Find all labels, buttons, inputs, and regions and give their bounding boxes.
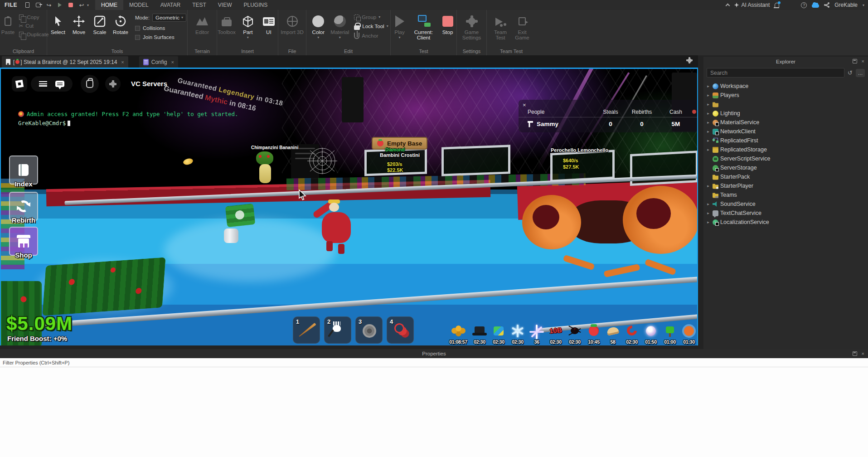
ai-assistant-button[interactable]: AI Assistant — [734, 2, 770, 8]
buff-star-burst[interactable]: 36 — [528, 324, 546, 345]
buff-10b[interactable]: 10B02:30 — [547, 324, 565, 345]
explorer-item-replicatedfirst[interactable]: ▸ReplicatedFirst — [703, 136, 868, 145]
close-tab-icon[interactable]: × — [121, 59, 124, 65]
tab-home[interactable]: HOME — [95, 0, 123, 10]
join-surfaces-checkbox-box[interactable] — [135, 35, 140, 40]
paste-button[interactable]: Paste — [0, 13, 18, 36]
dock-panel-icon[interactable] — [853, 351, 857, 356]
cloud-sync-icon[interactable] — [812, 4, 819, 8]
play-button[interactable]: Play ▾ — [390, 13, 410, 40]
explorer-item-networkclient[interactable]: ▸NetworkClient — [703, 127, 868, 136]
undo-icon[interactable]: ↩ — [78, 1, 85, 9]
help-icon[interactable]: ? — [801, 2, 807, 8]
tab-view[interactable]: VIEW — [212, 0, 238, 10]
collisions-checkbox[interactable]: Collisions — [135, 25, 186, 31]
import-3d-button[interactable]: Import 3D — [279, 13, 305, 36]
file-menu[interactable]: FILE — [0, 2, 22, 8]
tab-plugins[interactable]: PLUGINS — [238, 0, 274, 10]
buff-tree[interactable]: 01:00 — [661, 324, 679, 345]
roblox-menu-button[interactable] — [12, 76, 27, 92]
explorer-item-starterplayer[interactable]: ▸StarterPlayer — [703, 181, 868, 190]
open-file-icon[interactable] — [34, 1, 42, 9]
buff-spider[interactable]: 02:30 — [566, 324, 584, 345]
buff-disco-ball[interactable]: 01:50 — [642, 324, 660, 345]
buff-snowflake[interactable]: 02:30 — [509, 324, 527, 345]
share-icon[interactable] — [824, 2, 829, 8]
group-button[interactable]: Group▾ — [354, 15, 388, 20]
buff-top-hat[interactable]: 02:30 — [470, 324, 489, 345]
toolbox-button[interactable]: Toolbox — [216, 13, 237, 36]
current-client-button[interactable]: Current: Client — [411, 13, 437, 41]
explorer-item-replicatedstorage[interactable]: ▸ReplicatedStorage — [703, 145, 868, 154]
move-tool-button[interactable]: Move — [69, 13, 89, 36]
hotbar-slot-1[interactable]: 1 — [293, 316, 320, 344]
game-settings-button[interactable]: Game Settings — [458, 13, 485, 41]
tab-avatar[interactable]: AVATAR — [155, 0, 186, 10]
material-button[interactable]: Material ▾ — [329, 13, 350, 40]
tab-steal-a-brainrot[interactable]: [ ] Steal a Brainrot @ 12 Sept 2025 19:1… — [2, 56, 128, 68]
chat-icon[interactable] — [55, 81, 64, 87]
ui-button[interactable]: UI — [259, 13, 279, 36]
vc-servers-label[interactable]: VC Servers — [131, 80, 167, 88]
close-tab-icon[interactable]: × — [171, 59, 174, 65]
explorer-item-textchatservice[interactable]: ▸TextChatService — [703, 209, 868, 218]
hamburger-menu-icon[interactable] — [39, 81, 47, 87]
rotate-tool-button[interactable]: Rotate — [111, 13, 131, 36]
properties-filter-input[interactable] — [0, 359, 868, 367]
leaderboard-close-icon[interactable]: × — [523, 102, 526, 108]
shop-button[interactable]: Shop — [9, 227, 38, 256]
search-history-icon[interactable]: ↺ — [848, 69, 853, 76]
explorer-item-teams[interactable]: Teams — [703, 190, 868, 199]
exit-game-button[interactable]: Exit Game — [512, 13, 533, 41]
color-button[interactable]: Color ▾ — [308, 13, 328, 40]
buff-orange-pet[interactable]: 01:30 — [680, 324, 698, 345]
notifications-bell-icon[interactable] — [775, 3, 779, 7]
explorer-item-workspace[interactable]: ▸Workspace — [703, 82, 868, 91]
stop-icon[interactable] — [67, 1, 74, 9]
undo-dropdown-icon[interactable]: ▾ — [87, 3, 89, 7]
leaderboard-row[interactable]: Sammy 0 0 5M — [519, 117, 698, 130]
redo-icon[interactable]: ↪ — [45, 1, 53, 9]
buff-taco[interactable]: 58 — [604, 324, 622, 345]
explorer-item-serverstorage[interactable]: ServerStorage — [703, 163, 868, 172]
lock-tool-button[interactable]: Lock Tool▾ — [354, 23, 388, 30]
hotbar-slot-2[interactable]: 2 — [324, 316, 351, 344]
dock-panel-icon[interactable] — [853, 59, 857, 63]
tab-config[interactable]: Config × — [139, 56, 178, 68]
username[interactable]: GreKable — [834, 2, 858, 8]
part-button[interactable]: Part ▾ — [238, 13, 258, 40]
game-viewport[interactable]: VC Servers Guaranteed Legendary in 03:18… — [0, 69, 698, 345]
buff-gold-clover[interactable]: 01:08:57 — [447, 324, 470, 345]
explorer-item-localizationservice[interactable]: ▸LocalizationService — [703, 218, 868, 227]
collisions-checkbox-box[interactable] — [135, 26, 140, 31]
explorer-item-starterpack[interactable]: StarterPack — [703, 172, 868, 181]
anchor-button[interactable]: Anchor — [354, 33, 388, 39]
buff-crab-claw[interactable]: 02:30 — [623, 324, 641, 345]
select-tool-button[interactable]: Select — [48, 13, 68, 36]
explorer-item-soundservice[interactable]: ▸SoundService — [703, 199, 868, 209]
cut-button[interactable]: ✂Cut — [19, 23, 49, 29]
index-button[interactable]: Index — [9, 156, 38, 185]
copy-button[interactable]: Copy — [19, 15, 49, 20]
play-icon[interactable] — [56, 1, 63, 9]
hotbar-slot-4[interactable]: 4 — [387, 316, 414, 344]
rebirth-button[interactable]: Rebirth — [9, 192, 38, 221]
viewport-settings-gear-icon[interactable] — [686, 57, 693, 63]
close-panel-icon[interactable]: × — [862, 351, 864, 356]
new-file-icon[interactable] — [24, 1, 31, 9]
team-test-button[interactable]: Team Test — [490, 13, 511, 41]
mode-dropdown[interactable]: Geometric▾ — [152, 14, 186, 22]
join-surfaces-checkbox[interactable]: Join Surfaces — [135, 34, 186, 40]
buff-rainbow-pixel[interactable]: 02:30 — [490, 324, 508, 345]
close-panel-icon[interactable]: × — [862, 58, 864, 64]
scale-tool-button[interactable]: Scale — [90, 13, 110, 36]
game-settings-button-hud[interactable] — [105, 76, 121, 92]
backpack-button[interactable] — [81, 75, 99, 93]
explorer-search-input[interactable] — [707, 68, 844, 78]
explorer-item-materialservice[interactable]: ▸MaterialService — [703, 118, 868, 127]
explorer-item-serverscriptservice[interactable]: ServerScriptService — [703, 154, 868, 163]
explorer-item-players[interactable]: ▸Players — [703, 91, 868, 100]
buff-strawberry[interactable]: 10:45 — [585, 324, 603, 345]
user-dropdown-icon[interactable]: ▾ — [863, 3, 864, 7]
stop-button[interactable]: Stop — [438, 13, 458, 36]
